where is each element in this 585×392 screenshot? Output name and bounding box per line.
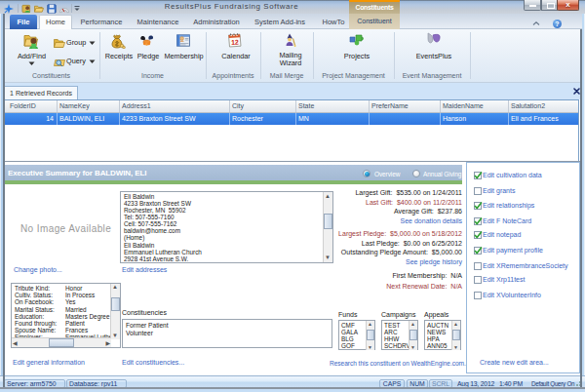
svg-text:12: 12: [231, 39, 239, 46]
